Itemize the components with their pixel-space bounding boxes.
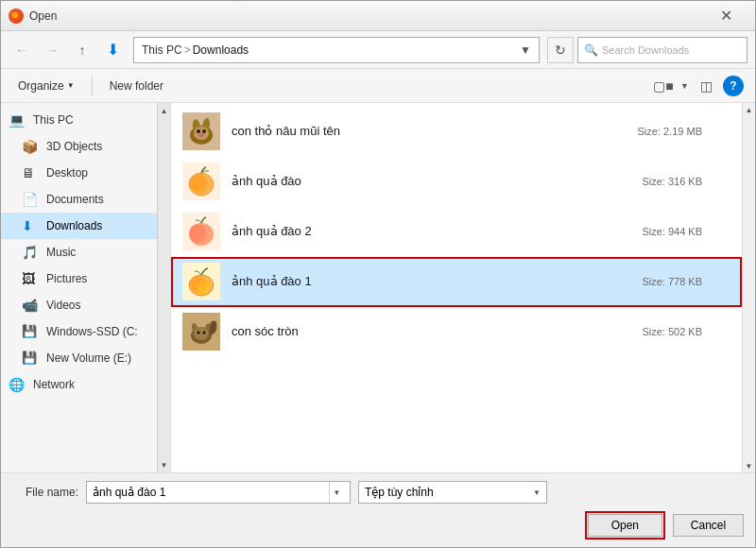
organize-button[interactable]: Organize ▼ [12, 77, 80, 95]
file-size-peach: Size: 316 KB [642, 176, 702, 187]
forward-button[interactable]: → [39, 37, 65, 63]
file-size-rabbit: Size: 2.19 MB [638, 126, 702, 137]
file-thumb-rabbit [182, 112, 220, 150]
app-icon [9, 9, 24, 24]
svg-point-5 [197, 129, 200, 133]
documents-icon: 📄 [22, 192, 41, 207]
sidebar-item-this-pc[interactable]: 💻 This PC [1, 107, 170, 133]
panel-toggle-button[interactable]: ◫ [693, 73, 719, 99]
windows-ssd-icon: 💾 [22, 324, 41, 339]
videos-icon: 📹 [22, 298, 41, 313]
filetype-value: Tệp tùy chỉnh [365, 486, 529, 499]
svg-point-18 [197, 281, 210, 294]
svg-point-24 [194, 327, 209, 340]
file-thumb-peach [182, 163, 220, 200]
file-thumb-peach1 [182, 263, 220, 300]
sidebar-item-windows-ssd[interactable]: 💾 Windows-SSD (C: [1, 318, 170, 345]
view-toggle-button[interactable]: ▢■ [650, 73, 677, 99]
sidebar-scroll-up[interactable]: ▲ [158, 103, 170, 118]
this-pc-icon: 💻 [9, 112, 27, 128]
sidebar-item-documents[interactable]: 📄 Documents [1, 186, 170, 213]
filename-value: ảnh quả đào 1 [93, 486, 329, 499]
svg-point-10 [190, 174, 207, 193]
sidebar-item-new-volume[interactable]: 💾 New Volume (E:) [1, 345, 170, 371]
new-folder-button[interactable]: New folder [104, 77, 169, 95]
sidebar-item-desktop[interactable]: 🖥 Desktop [1, 160, 170, 186]
open-button-wrap: Open [585, 511, 665, 539]
view-dropdown-icon[interactable]: ▼ [680, 81, 689, 91]
file-size-peach2: Size: 944 KB [642, 226, 702, 237]
svg-point-14 [189, 224, 206, 243]
refresh-button[interactable]: ↻ [547, 37, 574, 63]
filetype-arrow-icon: ▼ [533, 488, 541, 497]
sidebar-item-downloads[interactable]: ⬇ Downloads [1, 213, 170, 239]
title-bar: Open ✕ [1, 1, 755, 31]
organize-dropdown-icon: ▼ [67, 81, 75, 90]
dialog-title: Open [29, 9, 704, 23]
scroll-up-arrow[interactable]: ▲ [743, 103, 756, 116]
nav-bar: ← → ↑ ⬇ This PC > Downloads ▼ ↻ 🔍 Search… [1, 31, 755, 69]
file-size-squirrel: Size: 502 KB [642, 326, 702, 337]
file-list: con thỏ nâu mũi tên Size: 2.19 MB [171, 103, 742, 472]
search-box[interactable]: 🔍 Search Downloads [577, 37, 747, 63]
filename-dropdown-icon[interactable]: ▼ [329, 482, 344, 503]
sidebar: ▲ ▼ 💻 This PC 📦 3D Objects 🖥 Desktop 📄 D… [1, 103, 171, 472]
scroll-down-arrow[interactable]: ▼ [743, 459, 756, 472]
toolbar-divider [92, 77, 93, 95]
svg-point-7 [198, 133, 204, 137]
toolbar: Organize ▼ New folder ▢■ ▼ ◫ ? [1, 69, 755, 103]
filetype-dropdown[interactable]: Tệp tùy chỉnh ▼ [358, 481, 547, 504]
music-icon: 🎵 [22, 245, 41, 260]
svg-point-26 [203, 332, 206, 334]
file-item-peach1[interactable]: ảnh quả đào 1 Size: 778 KB [171, 257, 742, 307]
filename-row: File name: ảnh quả đào 1 ▼ Tệp tùy chỉnh… [12, 481, 744, 504]
close-button[interactable]: ✕ [704, 1, 747, 31]
file-item-peach2[interactable]: ảnh quả đào 2 Size: 944 KB [171, 207, 742, 257]
file-item-rabbit[interactable]: con thỏ nâu mũi tên Size: 2.19 MB [171, 107, 742, 157]
sidebar-scroll-down[interactable]: ▼ [158, 457, 170, 472]
desktop-icon: 🖥 [22, 165, 41, 180]
address-dropdown-icon[interactable]: ▼ [520, 43, 531, 57]
svg-point-6 [202, 129, 206, 133]
search-placeholder: Search Downloads [602, 44, 689, 56]
file-item-squirrel[interactable]: con sóc tròn Size: 502 KB [171, 307, 742, 357]
filename-label: File name: [12, 486, 78, 499]
search-icon: 🔍 [584, 43, 598, 57]
network-icon: 🌐 [9, 377, 27, 392]
address-bar[interactable]: This PC > Downloads ▼ [133, 37, 540, 63]
up-button[interactable]: ↑ [69, 37, 95, 63]
file-list-scrollbar[interactable]: ▲ ▼ [742, 103, 755, 472]
main-content: ▲ ▼ 💻 This PC 📦 3D Objects 🖥 Desktop 📄 D… [1, 103, 755, 472]
sidebar-item-3d-objects[interactable]: 📦 3D Objects [1, 133, 170, 160]
sidebar-item-videos[interactable]: 📹 Videos [1, 292, 170, 318]
open-dialog: Open ✕ ← → ↑ ⬇ This PC > Downloads ▼ ↻ 🔍… [0, 0, 756, 548]
file-size-peach1: Size: 778 KB [642, 276, 702, 287]
new-volume-icon: 💾 [22, 351, 41, 366]
new-folder-label: New folder [110, 79, 163, 93]
open-button[interactable]: Open [588, 514, 662, 537]
address-root: This PC [142, 43, 182, 57]
address-current: Downloads [193, 43, 249, 57]
sidebar-item-music[interactable]: 🎵 Music [1, 239, 170, 265]
download-arrow-button[interactable]: ⬇ [99, 37, 126, 63]
file-thumb-peach2 [182, 213, 220, 250]
sidebar-downloads-label: Downloads [46, 219, 102, 232]
back-button[interactable]: ← [9, 37, 35, 63]
sidebar-item-pictures[interactable]: 🖼 Pictures [1, 265, 170, 292]
filename-input[interactable]: ảnh quả đào 1 ▼ [86, 481, 351, 504]
sidebar-item-network[interactable]: 🌐 Network [1, 371, 170, 398]
3d-objects-icon: 📦 [22, 139, 41, 154]
downloads-icon: ⬇ [22, 218, 41, 233]
pictures-icon: 🖼 [22, 271, 41, 286]
organize-label: Organize [18, 79, 64, 93]
help-button[interactable]: ? [723, 76, 744, 96]
bottom-bar: File name: ảnh quả đào 1 ▼ Tệp tùy chỉnh… [1, 472, 755, 547]
toolbar-right: ▢■ ▼ ◫ ? [650, 73, 744, 99]
cancel-button[interactable]: Cancel [673, 514, 744, 537]
file-thumb-squirrel [182, 313, 220, 351]
file-item-peach[interactable]: ảnh quả đào Size: 316 KB [171, 157, 742, 207]
buttons-row: Open Cancel [12, 511, 744, 539]
svg-point-25 [198, 332, 200, 334]
